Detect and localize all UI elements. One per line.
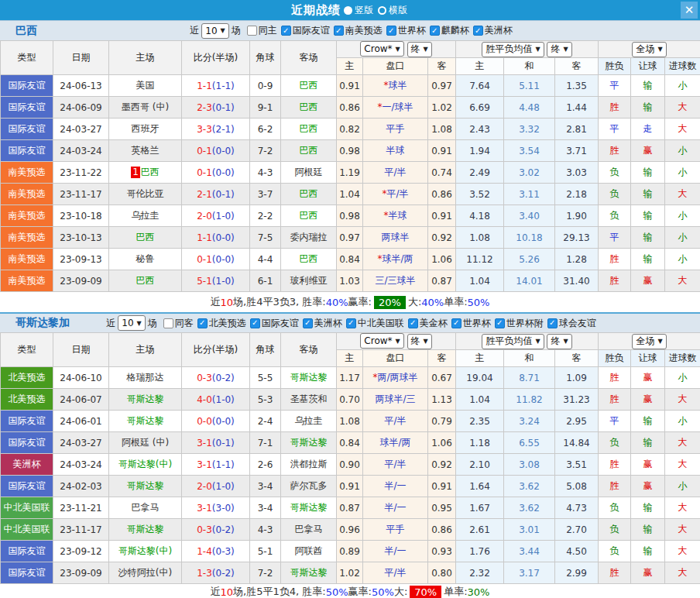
same-venue-filter[interactable]: 同主 bbox=[247, 24, 277, 37]
odds-company-select[interactable]: Crow*▼ bbox=[360, 41, 403, 57]
avg-type-select[interactable]: 胜平负均值▼ bbox=[482, 42, 544, 57]
match-row: 北美预选24-06-10格瑞那达0-3(0-2)5-5哥斯达黎1.17*两/两球… bbox=[1, 367, 700, 389]
halftime-score: (0-0) bbox=[212, 232, 235, 243]
checkbox-checked-icon[interactable]: ✓ bbox=[451, 318, 462, 328]
home-team-name: 阿根廷 (中) bbox=[122, 437, 169, 448]
away-team-name: 洪都拉斯 bbox=[290, 459, 328, 469]
competition-filter[interactable]: ✓南美预选 bbox=[334, 24, 383, 37]
avg-time-select[interactable]: 终▼ bbox=[547, 334, 571, 349]
handicap-result-cell: 输 bbox=[631, 184, 665, 205]
competition-filter[interactable]: ✓世界杯 bbox=[386, 24, 426, 37]
halftime-score: (0-0) bbox=[212, 416, 235, 427]
avg-away-cell: 3.03 bbox=[555, 162, 599, 184]
checkbox-checked-icon[interactable]: ✓ bbox=[197, 318, 208, 328]
vertical-radio-selected-icon[interactable] bbox=[344, 6, 352, 15]
checkbox-checked-icon[interactable]: ✓ bbox=[303, 318, 313, 328]
competition-filter[interactable]: ✓世界杯 bbox=[451, 317, 491, 330]
same-venue-filter[interactable]: 同客 bbox=[163, 317, 194, 330]
home-odds-cell: 0.70 bbox=[337, 389, 363, 411]
match-row: 南美预选23-10-13巴西1-1(0-0)7-5委内瑞拉0.97两球半0.92… bbox=[1, 227, 700, 249]
halftime-score: (1-1) bbox=[212, 81, 235, 91]
checkbox-unchecked-icon[interactable] bbox=[247, 26, 257, 36]
checkbox-checked-icon[interactable]: ✓ bbox=[281, 26, 291, 36]
handicap-text: 半球 bbox=[389, 210, 407, 221]
col-corner: 角球 bbox=[250, 333, 281, 367]
horizontal-radio-icon[interactable] bbox=[378, 6, 386, 15]
col-avg-away: 客 bbox=[555, 350, 599, 367]
summary-segment: 场,胜4平3负3, 胜率: bbox=[233, 295, 326, 309]
competition-filter[interactable]: ✓球会友谊 bbox=[547, 317, 596, 330]
checkbox-checked-icon[interactable]: ✓ bbox=[547, 318, 558, 328]
handicap-cell: 球半/两 bbox=[363, 432, 428, 454]
corner-cell: 4-3 bbox=[250, 162, 281, 184]
checkbox-checked-icon[interactable]: ✓ bbox=[430, 26, 440, 36]
competition-filter[interactable]: ✓北美预选 bbox=[197, 317, 246, 330]
odds-time-select[interactable]: 终▼ bbox=[407, 334, 432, 349]
close-button[interactable]: ✕ bbox=[681, 2, 698, 19]
avg-draw-cell: 3.02 bbox=[504, 162, 555, 184]
scope-select[interactable]: 全场▼ bbox=[632, 42, 666, 57]
avg-away-cell: 2.70 bbox=[555, 519, 599, 541]
competition-filter[interactable]: ✓美金杯 bbox=[408, 317, 448, 330]
competition-filter[interactable]: ✓美洲杯 bbox=[303, 317, 342, 330]
handicap-result-cell: 输 bbox=[631, 162, 665, 184]
checkbox-checked-icon[interactable]: ✓ bbox=[346, 318, 356, 328]
home-odds-cell: 0.84 bbox=[337, 249, 363, 270]
score-cell: 0-3(0-2) bbox=[182, 519, 250, 541]
away-odds-cell: 0.92 bbox=[428, 227, 456, 249]
col-avg-draw: 和 bbox=[504, 58, 555, 75]
col-handicap-result: 让球 bbox=[631, 58, 665, 75]
corner-cell: 2-2 bbox=[250, 205, 281, 227]
handicap-text: 三/三球半 bbox=[375, 275, 415, 286]
recent-count-select[interactable]: 10▼ bbox=[201, 23, 228, 39]
home-team-cell: 1巴西 bbox=[109, 162, 182, 184]
checkbox-checked-icon[interactable]: ✓ bbox=[408, 318, 418, 328]
chevron-down-icon: ▼ bbox=[657, 46, 662, 53]
games-label: 场 bbox=[148, 317, 157, 330]
competition-filter[interactable]: ✓国际友谊 bbox=[281, 24, 330, 37]
competition-filter[interactable]: ✓美洲杯 bbox=[473, 24, 513, 37]
win-loss-cell: 负 bbox=[599, 497, 631, 519]
handicap-text: 平/半 bbox=[384, 459, 406, 469]
handicap-text: 平/半 bbox=[386, 188, 408, 199]
checkbox-checked-icon[interactable]: ✓ bbox=[386, 26, 396, 36]
handicap-text: 球半/两 bbox=[382, 253, 413, 264]
competition-filter[interactable]: ✓麒麟杯 bbox=[430, 24, 469, 37]
competition-filter[interactable]: ✓中北美国联 bbox=[346, 317, 404, 330]
chevron-down-icon: ▼ bbox=[396, 46, 400, 53]
avg-away-cell: 14.84 bbox=[555, 432, 599, 454]
horizontal-radio-label[interactable]: 横版 bbox=[389, 4, 407, 17]
halftime-score: (1-1) bbox=[212, 459, 235, 470]
handicap-cell: *半球 bbox=[363, 205, 428, 227]
home-odds-cell: 1.19 bbox=[337, 162, 363, 184]
competition-filter[interactable]: ✓国际友谊 bbox=[250, 317, 299, 330]
match-row: 国际友谊24-03-27阿根廷 (中)3-1(0-1)7-1哥斯达黎0.84球半… bbox=[1, 432, 700, 454]
checkbox-checked-icon[interactable]: ✓ bbox=[334, 26, 344, 36]
scope-select[interactable]: 全场▼ bbox=[632, 334, 666, 349]
match-date-cell: 24-02-03 bbox=[53, 476, 109, 497]
checkbox-unchecked-icon[interactable] bbox=[163, 318, 173, 328]
avg-time-select[interactable]: 终▼ bbox=[547, 42, 571, 57]
goals-result-cell: 大 bbox=[665, 184, 700, 205]
competition-type-cell: 北美预选 bbox=[1, 389, 53, 411]
avg-type-select[interactable]: 胜平负均值▼ bbox=[482, 334, 544, 349]
odds-company-select[interactable]: Crow*▼ bbox=[360, 333, 403, 349]
home-odds-cell: 0.90 bbox=[337, 454, 363, 476]
recent-count-select[interactable]: 10▼ bbox=[118, 315, 145, 331]
vertical-radio-label[interactable]: 竖版 bbox=[355, 4, 373, 17]
corner-cell: 3-4 bbox=[250, 476, 281, 497]
home-odds-cell: 0.82 bbox=[337, 119, 363, 140]
checkbox-checked-icon[interactable]: ✓ bbox=[250, 318, 260, 328]
away-team-cell: 哥斯达黎 bbox=[281, 562, 337, 584]
filter-label: 麒麟杯 bbox=[441, 24, 469, 37]
summary-segment: 20% bbox=[374, 296, 406, 309]
checkbox-checked-icon[interactable]: ✓ bbox=[495, 318, 505, 328]
fulltime-score: 3-1 bbox=[197, 503, 212, 514]
odds-time-select[interactable]: 终▼ bbox=[407, 42, 432, 57]
competition-filter[interactable]: ✓世界杯附 bbox=[495, 317, 544, 330]
competition-type-cell: 南美预选 bbox=[1, 270, 53, 292]
halftime-score: (0-3) bbox=[212, 546, 235, 557]
score-cell: 1-4(0-3) bbox=[182, 541, 250, 562]
handicap-result-cell: 输 bbox=[631, 432, 665, 454]
checkbox-checked-icon[interactable]: ✓ bbox=[473, 26, 483, 36]
